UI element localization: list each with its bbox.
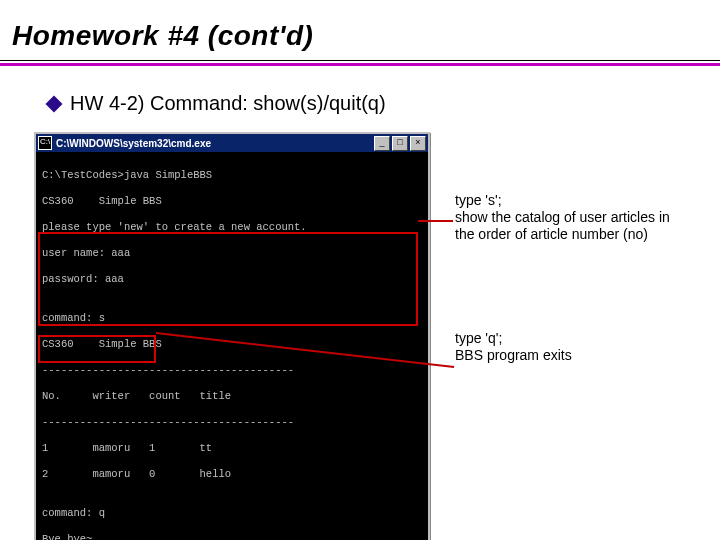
annotation-line: type 'q'; [455,330,705,347]
annotation-quit: type 'q'; BBS program exits [455,330,705,364]
annotation-line: type 's'; [455,192,705,209]
annotation-line: show the catalog of user articles in [455,209,705,226]
bullet-text: HW 4-2) Command: show(s)/quit(q) [70,92,386,115]
cmd-titlebar: C:\ C:\WINDOWS\system32\cmd.exe _ □ × [36,134,428,152]
callout-line-show [418,220,453,222]
cmd-body: C:\TestCodes>java SimpleBBS CS360 Simple… [36,152,428,540]
cmd-line: ---------------------------------------- [42,364,422,377]
minimize-button[interactable]: _ [374,136,390,151]
cmd-line: password: aaa [42,273,422,286]
bullet-row: HW 4-2) Command: show(s)/quit(q) [48,92,386,115]
cmd-line: please type 'new' to create a new accoun… [42,221,422,234]
cmd-line: command: s [42,312,422,325]
maximize-button[interactable]: □ [392,136,408,151]
cmd-line: user name: aaa [42,247,422,260]
annotation-show: type 's'; show the catalog of user artic… [455,192,705,243]
cmd-window-title: C:\WINDOWS\system32\cmd.exe [56,138,211,149]
cmd-icon: C:\ [38,136,52,150]
bullet-diamond-icon [46,95,63,112]
slide-title: Homework #4 (cont'd) [12,20,313,52]
cmd-line: C:\TestCodes>java SimpleBBS [42,169,422,182]
title-rule [0,60,720,66]
window-buttons: _ □ × [374,136,426,151]
cmd-line: Bye bye~ [42,533,422,540]
annotation-line: the order of article number (no) [455,226,705,243]
close-button[interactable]: × [410,136,426,151]
cmd-line: No. writer count title [42,390,422,403]
cmd-window: C:\ C:\WINDOWS\system32\cmd.exe _ □ × C:… [34,132,430,540]
cmd-line: 1 mamoru 1 tt [42,442,422,455]
cmd-line: 2 mamoru 0 hello [42,468,422,481]
cmd-line: CS360 Simple BBS [42,195,422,208]
page-number: 20 [0,504,720,520]
annotation-line: BBS program exits [455,347,705,364]
cmd-line: ---------------------------------------- [42,416,422,429]
